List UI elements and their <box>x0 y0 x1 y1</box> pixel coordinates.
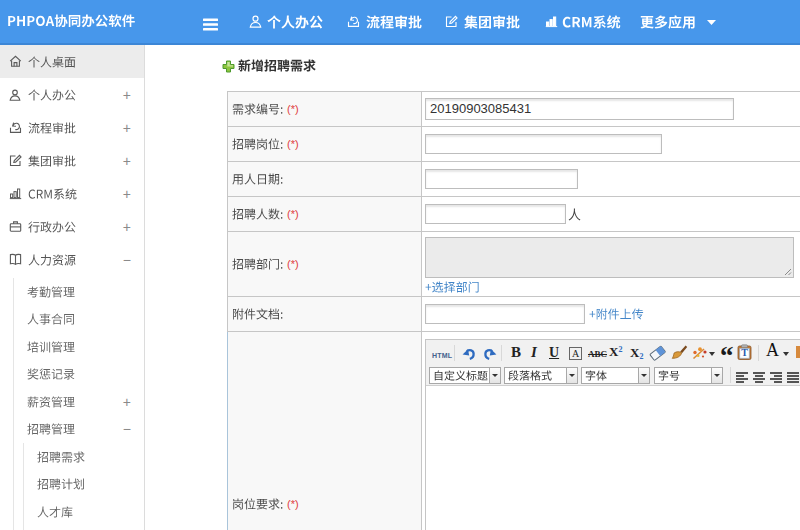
svg-text:T: T <box>741 347 748 358</box>
